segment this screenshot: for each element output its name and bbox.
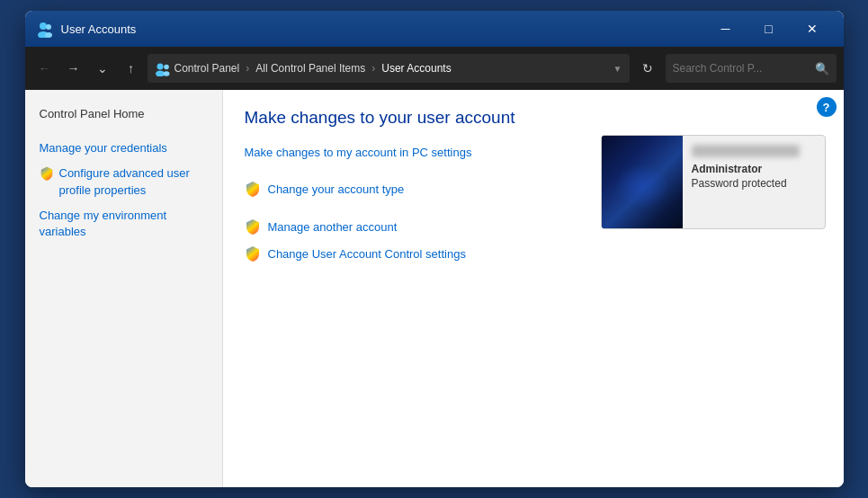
- breadcrumb-control-panel[interactable]: Control Panel: [174, 62, 240, 75]
- recent-button[interactable]: ⌄: [90, 56, 115, 81]
- search-input[interactable]: [673, 62, 815, 75]
- svg-point-0: [40, 22, 47, 30]
- search-icon: 🔍: [815, 62, 829, 76]
- window-title: User Accounts: [61, 22, 705, 36]
- main-panel: ? Make changes to your user account Make…: [223, 90, 844, 487]
- address-dropdown-icon[interactable]: ▼: [613, 64, 622, 74]
- svg-point-7: [163, 71, 169, 76]
- svg-point-6: [164, 65, 169, 70]
- sidebar-item-environment[interactable]: Change my environment variables: [25, 202, 222, 245]
- shield-icon: [245, 181, 261, 197]
- svg-point-3: [45, 32, 52, 38]
- shield-icon: [40, 166, 54, 181]
- titlebar: User Accounts ─ □ ✕: [25, 11, 844, 47]
- window-icon: [36, 20, 54, 38]
- breadcrumb-all-items[interactable]: All Control Panel Items: [255, 62, 365, 75]
- breadcrumb-icon: [155, 60, 171, 76]
- minimize-button[interactable]: ─: [705, 14, 747, 43]
- forward-button[interactable]: →: [61, 56, 86, 81]
- sidebar-item-credentials[interactable]: Manage your credentials: [25, 135, 222, 162]
- user-status: Password protected: [692, 177, 800, 190]
- search-box[interactable]: 🔍: [666, 54, 837, 83]
- svg-point-5: [156, 71, 165, 77]
- sidebar-item-home[interactable]: Control Panel Home: [25, 101, 222, 128]
- up-button[interactable]: ↑: [119, 56, 144, 81]
- help-button[interactable]: ?: [817, 97, 837, 117]
- user-name-blurred: [692, 145, 800, 157]
- shield-icon: [245, 218, 261, 235]
- breadcrumb-user-accounts[interactable]: User Accounts: [381, 62, 451, 75]
- maximize-button[interactable]: □: [748, 14, 790, 43]
- user-card: Administrator Password protected: [601, 135, 826, 229]
- back-button[interactable]: ←: [32, 56, 58, 81]
- content-area: Control Panel Home Manage your credentia…: [25, 90, 844, 487]
- user-info: Administrator Password protected: [683, 136, 809, 228]
- main-window: User Accounts ─ □ ✕ ← → ⌄ ↑ Control Pane…: [25, 11, 844, 487]
- user-avatar: [602, 136, 683, 228]
- action-change-uac[interactable]: Change User Account Control settings: [245, 245, 822, 262]
- sidebar: Control Panel Home Manage your credentia…: [25, 90, 223, 487]
- page-title: Make changes to your user account: [245, 108, 822, 128]
- close-button[interactable]: ✕: [792, 14, 833, 43]
- sidebar-item-configure-advanced[interactable]: Configure advanced user profile properti…: [25, 162, 222, 201]
- user-role: Administrator: [692, 163, 800, 175]
- addressbar: ← → ⌄ ↑ Control Panel › All Control Pane…: [25, 47, 844, 90]
- svg-point-2: [46, 24, 51, 30]
- address-bar[interactable]: Control Panel › All Control Panel Items …: [148, 54, 630, 83]
- svg-point-4: [157, 64, 163, 70]
- shield-icon: [245, 245, 261, 262]
- refresh-button[interactable]: ↻: [633, 54, 662, 83]
- window-controls: ─ □ ✕: [705, 14, 833, 43]
